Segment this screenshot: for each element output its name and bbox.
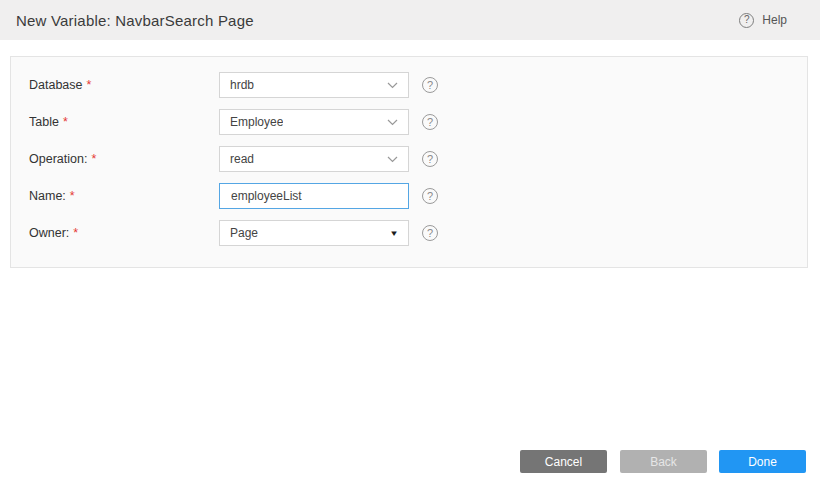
owner-help-icon[interactable]: ? xyxy=(422,225,438,241)
operation-dropdown-value: read xyxy=(230,152,254,166)
name-label: Name:* xyxy=(29,189,219,203)
done-button[interactable]: Done xyxy=(719,450,806,473)
owner-select-value: Page xyxy=(230,226,258,240)
table-dropdown[interactable]: Employee xyxy=(219,109,409,135)
form-panel: Database* hrdb ? Table* Employee ? Opera… xyxy=(10,56,808,268)
operation-help-icon[interactable]: ? xyxy=(422,151,438,167)
cancel-button[interactable]: Cancel xyxy=(520,450,607,473)
table-help-icon[interactable]: ? xyxy=(422,114,438,130)
table-label: Table* xyxy=(29,115,219,129)
operation-label: Operation:* xyxy=(29,152,219,166)
owner-select[interactable]: Page ▼ xyxy=(219,220,409,246)
owner-label: Owner:* xyxy=(29,226,219,240)
name-label-text: Name: xyxy=(29,189,66,203)
field-row-table: Table* Employee ? xyxy=(29,109,438,135)
database-dropdown-value: hrdb xyxy=(230,78,254,92)
table-dropdown-value: Employee xyxy=(230,115,283,129)
page-title: New Variable: NavbarSearch Page xyxy=(16,12,254,29)
operation-dropdown[interactable]: read xyxy=(219,146,409,172)
required-asterisk: * xyxy=(91,152,96,166)
chevron-down-icon xyxy=(387,156,398,163)
select-caret-icon: ▼ xyxy=(389,229,399,238)
database-dropdown[interactable]: hrdb xyxy=(219,72,409,98)
name-help-icon[interactable]: ? xyxy=(422,188,438,204)
field-row-database: Database* hrdb ? xyxy=(29,72,438,98)
required-asterisk: * xyxy=(73,226,78,240)
help-icon: ? xyxy=(739,13,754,28)
operation-label-text: Operation: xyxy=(29,152,87,166)
help-label: Help xyxy=(762,13,787,27)
required-asterisk: * xyxy=(87,78,92,92)
owner-label-text: Owner: xyxy=(29,226,69,240)
dialog-header: New Variable: NavbarSearch Page ? Help xyxy=(0,0,820,40)
field-row-name: Name:* ? xyxy=(29,183,438,209)
database-label-text: Database xyxy=(29,78,83,92)
field-row-operation: Operation:* read ? xyxy=(29,146,438,172)
chevron-down-icon xyxy=(387,82,398,89)
database-help-icon[interactable]: ? xyxy=(422,77,438,93)
database-label: Database* xyxy=(29,78,219,92)
help-link[interactable]: ? Help xyxy=(739,13,787,28)
name-input[interactable] xyxy=(219,183,409,209)
required-asterisk: * xyxy=(63,115,68,129)
required-asterisk: * xyxy=(70,189,75,203)
table-label-text: Table xyxy=(29,115,59,129)
back-button[interactable]: Back xyxy=(620,450,707,473)
field-row-owner: Owner:* Page ▼ ? xyxy=(29,220,438,246)
chevron-down-icon xyxy=(387,119,398,126)
